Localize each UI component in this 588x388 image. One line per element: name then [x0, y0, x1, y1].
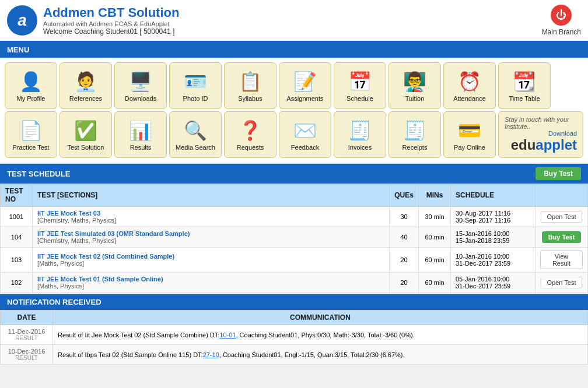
menu-item-schedule[interactable]: 📅 Schedule [334, 62, 386, 109]
menu-item-my-profile[interactable]: 👤 My Profile [5, 62, 57, 109]
test-name-102: IIT JEE Mock Test 01 (Std Sample Online)… [33, 273, 390, 293]
media-search-icon: 🔍 [184, 119, 207, 142]
menu-header: MENU [0, 42, 588, 58]
col-header-ques: QUEs [390, 184, 419, 207]
buy-test-button[interactable]: Buy Test [536, 167, 581, 180]
notif-link-2[interactable]: 27-10 [203, 351, 219, 358]
notif-type-1: RESULT [5, 335, 48, 341]
test-schedule-section: TEST SCHEDULE Buy Test TEST NO TEST [SEC… [0, 164, 588, 293]
test-sched-103: 10-Jan-2016 10:0031-Dec-2017 23:59 [451, 248, 536, 273]
my-profile-icon: 👤 [19, 70, 43, 93]
feedback-icon: ✉️ [293, 119, 317, 142]
test-link-102[interactable]: IIT JEE Mock Test 01 (Std Sample Online) [37, 276, 163, 283]
notif-col-comm-header: COMMUNICATION [53, 311, 588, 325]
test-link-104[interactable]: IIT JEE Test Simulated 03 (OMR Standard … [37, 230, 190, 237]
menu-item-downloads[interactable]: 🖥️ Downloads [114, 62, 167, 109]
test-link-1001[interactable]: IIT JEE Mock Test 03 [37, 210, 100, 217]
col-header-schedule: SCHEDULE [451, 184, 536, 207]
media-search-label: Media Search [176, 144, 215, 151]
header: a Addmen CBT Solution Automated with Add… [0, 0, 588, 42]
menu-item-practice-test[interactable]: 📄 Practice Test [5, 111, 57, 158]
results-icon: 📊 [129, 119, 152, 142]
assignments-label: Assignments [287, 95, 324, 102]
menu-item-tuition[interactable]: 👨‍🏫 Tuition [388, 62, 441, 109]
my-profile-label: My Profile [17, 95, 46, 102]
notif-date-2: 10-Dec-2016 RESULT [1, 345, 53, 365]
test-mins-1001: 30 min [419, 207, 451, 227]
test-sections-103: [Maths, Physics] [37, 260, 84, 267]
edu-applet-banner[interactable]: Stay in touch with your Institute.. Down… [498, 111, 583, 158]
feedback-label: Feedback [291, 144, 319, 151]
test-ques-103: 20 [390, 248, 419, 273]
time-table-icon: 📆 [513, 70, 536, 93]
attendance-icon: ⏰ [458, 70, 481, 93]
list-item: 10-Dec-2016 RESULT Result of Ibps Test 0… [1, 345, 588, 365]
menu-item-test-solution[interactable]: ✅ Test Solution [60, 111, 112, 158]
logo-circle: a [7, 5, 37, 36]
test-no-102: 102 [1, 273, 33, 293]
header-left: a Addmen CBT Solution Automated with Add… [7, 5, 179, 36]
power-button[interactable]: ⏻ [551, 5, 572, 26]
test-name-103: IIT JEE Mock Test 02 (Std Combined Sampl… [33, 248, 390, 273]
open-test-button-102[interactable]: Open Test [541, 277, 583, 288]
menu-item-photo-id[interactable]: 🪪 Photo ID [169, 62, 222, 109]
test-action-104: Buy Test [536, 227, 588, 248]
notif-comm-1: Result of Iit Jee Mock Test 02 (Std Samp… [53, 325, 588, 345]
menu-item-requests[interactable]: ❓ Requests [224, 111, 276, 158]
header-right: ⏻ Main Branch [542, 5, 581, 36]
test-action-103: View Result [536, 248, 588, 273]
notification-section: NOTIFICATION RECEIVED DATE COMMUNICATION… [0, 294, 588, 365]
menu-item-pay-online[interactable]: 💳 Pay Online [443, 111, 496, 158]
open-test-button-1001[interactable]: Open Test [541, 211, 583, 223]
attendance-label: Attendance [453, 95, 486, 102]
branch-label: Main Branch [542, 28, 581, 36]
table-row: 102 IIT JEE Mock Test 01 (Std Sample Onl… [1, 273, 588, 293]
menu-item-invoices[interactable]: 🧾 Invoices [334, 111, 386, 158]
app-subtitle: Automated with Addmen ECAS & EduApplet [43, 20, 179, 27]
buy-test-button-104[interactable]: Buy Test [542, 231, 582, 243]
notif-comm-2: Result of Ibps Test 02 (Std Sample Onlin… [53, 345, 588, 365]
menu-item-assignments[interactable]: 📝 Assignments [279, 62, 331, 109]
test-no-103: 103 [1, 248, 33, 273]
syllabus-icon: 📋 [239, 70, 262, 93]
menu-container: 👤 My Profile 🧑‍💼 References 🖥️ Downloads… [0, 58, 588, 163]
test-solution-icon: ✅ [74, 119, 97, 142]
test-schedule-title: TEST SCHEDULE [7, 170, 70, 178]
references-icon: 🧑‍💼 [74, 70, 97, 93]
test-schedule-table: TEST NO TEST [SECTIONS] QUEs MINs SCHEDU… [0, 184, 588, 293]
test-no-1001: 1001 [1, 207, 33, 227]
edu-banner-stay-text: Stay in touch with your Institute.. [505, 116, 577, 130]
notification-table: DATE COMMUNICATION 11-Dec-2016 RESULT Re… [0, 310, 588, 365]
schedule-icon: 📅 [348, 70, 372, 93]
menu-item-receipts[interactable]: 🧾 Receipts [388, 111, 441, 158]
col-header-mins: MINs [419, 184, 451, 207]
photo-id-icon: 🪪 [184, 70, 207, 93]
invoices-label: Invoices [348, 144, 372, 151]
syllabus-label: Syllabus [238, 95, 262, 102]
menu-item-media-search[interactable]: 🔍 Media Search [169, 111, 222, 158]
test-ques-102: 20 [390, 273, 419, 293]
menu-item-attendance[interactable]: ⏰ Attendance [443, 62, 496, 109]
menu-item-feedback[interactable]: ✉️ Feedback [279, 111, 331, 158]
test-sections-1001: [Chemistry, Maths, Physics] [37, 217, 116, 224]
view-result-button-103[interactable]: View Result [540, 251, 583, 269]
test-mins-103: 60 min [419, 248, 451, 273]
menu-item-results[interactable]: 📊 Results [114, 111, 167, 158]
test-schedule-header: TEST SCHEDULE Buy Test [0, 164, 588, 184]
menu-item-time-table[interactable]: 📆 Time Table [498, 62, 551, 109]
notif-col-date-header: DATE [1, 311, 53, 325]
col-header-test-name: TEST [SECTIONS] [33, 184, 390, 207]
menu-row-1: 👤 My Profile 🧑‍💼 References 🖥️ Downloads… [5, 62, 583, 109]
references-label: References [69, 95, 102, 102]
notif-date-value-1: 11-Dec-2016 [5, 328, 48, 335]
menu-item-references[interactable]: 🧑‍💼 References [60, 62, 112, 109]
menu-item-syllabus[interactable]: 📋 Syllabus [224, 62, 276, 109]
app-title: Addmen CBT Solution [43, 5, 179, 20]
table-row: 103 IIT JEE Mock Test 02 (Std Combined S… [1, 248, 588, 273]
test-ques-1001: 30 [390, 207, 419, 227]
notif-link-1[interactable]: 10-01 [219, 331, 236, 338]
test-link-103[interactable]: IIT JEE Mock Test 02 (Std Combined Sampl… [37, 253, 174, 260]
edu-banner-download-text: Download [548, 130, 577, 137]
photo-id-label: Photo ID [183, 95, 208, 102]
test-sched-102: 05-Jan-2016 10:0031-Dec-2017 23:59 [451, 273, 536, 293]
